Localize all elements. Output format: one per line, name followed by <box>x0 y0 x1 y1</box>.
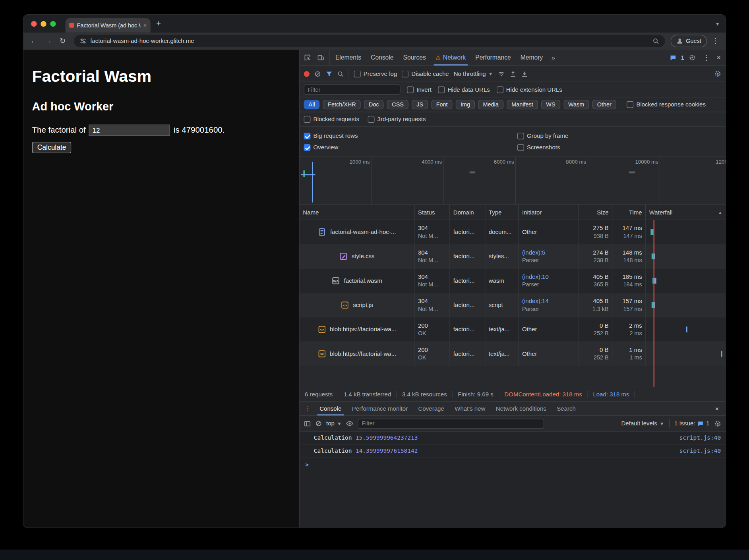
console-message[interactable]: Calculation 15.599999964237213 script.js… <box>300 432 726 444</box>
network-request-row[interactable]: <>blob:https://factorial-wa... 200OK fac… <box>300 342 726 366</box>
resource-filter-chip[interactable]: Wasm <box>563 100 589 109</box>
record-icon[interactable] <box>304 71 310 77</box>
back-icon[interactable]: ← <box>28 37 40 46</box>
more-tabs-icon[interactable]: » <box>548 50 559 66</box>
factorial-input[interactable] <box>89 125 170 136</box>
console-prompt-chevron[interactable]: > <box>300 458 726 468</box>
new-tab-icon[interactable]: + <box>156 19 161 28</box>
resource-filter-chip[interactable]: CSS <box>387 100 408 109</box>
blocked-response-cookies-checkbox[interactable]: Blocked response cookies <box>627 101 706 108</box>
drawer-tab[interactable]: Coverage <box>413 402 449 415</box>
column-header-status[interactable]: Status <box>414 205 450 220</box>
screenshots-checkbox[interactable]: Screenshots <box>517 144 721 151</box>
blocked-requests-checkbox[interactable]: Blocked requests <box>304 116 359 123</box>
settings-icon[interactable] <box>689 54 696 61</box>
devtools-tab[interactable]: Sources <box>398 50 430 66</box>
profile-button[interactable]: Guest <box>671 35 707 47</box>
checkbox-icon[interactable] <box>438 86 445 93</box>
drawer-tab[interactable]: Search <box>552 402 581 415</box>
request-initiator[interactable]: Other <box>522 326 575 333</box>
import-har-icon[interactable] <box>510 70 517 77</box>
column-header-time[interactable]: Time <box>612 205 646 220</box>
inspect-icon[interactable] <box>302 54 313 61</box>
drawer-tab[interactable]: Performance monitor <box>347 402 413 415</box>
network-conditions-icon[interactable] <box>498 70 505 77</box>
request-initiator[interactable]: (index):10 <box>522 274 575 280</box>
big-request-rows-checkbox[interactable]: Big request rows <box>304 133 517 139</box>
tab-close-icon[interactable]: × <box>143 22 147 29</box>
checkbox-icon[interactable] <box>517 133 524 139</box>
forward-icon[interactable]: → <box>43 37 54 46</box>
browser-menu-icon[interactable]: ⋮ <box>710 37 721 46</box>
checkbox-icon[interactable] <box>517 144 524 151</box>
resource-filter-chip[interactable]: Font <box>432 100 453 109</box>
resource-filter-chip[interactable]: JS <box>412 100 428 109</box>
checkbox-icon[interactable] <box>627 101 633 108</box>
request-initiator[interactable]: (index):14 <box>522 298 575 305</box>
column-header-name[interactable]: Name <box>300 205 415 220</box>
window-maximize-button[interactable] <box>50 21 56 27</box>
checkbox-icon[interactable] <box>304 116 311 123</box>
console-filter-input[interactable] <box>358 419 544 429</box>
drawer-tab[interactable]: Network conditions <box>491 402 552 415</box>
zoom-icon[interactable] <box>652 38 659 44</box>
console-source-link[interactable]: script.js:40 <box>679 447 721 454</box>
resource-filter-chip[interactable]: All <box>304 100 320 109</box>
issues-counter[interactable]: 1 Issue: 1 <box>674 420 709 427</box>
console-messages[interactable]: Calculation 15.599999964237213 script.js… <box>300 432 726 528</box>
checkbox-checked-icon[interactable] <box>304 133 311 139</box>
console-sidebar-icon[interactable] <box>304 420 311 427</box>
resource-filter-chip[interactable]: Fetch/XHR <box>323 100 361 109</box>
column-header-size[interactable]: Size <box>579 205 612 220</box>
network-request-row[interactable]: <>blob:https://factorial-wa... 200OK fac… <box>300 317 726 342</box>
resource-filter-chip[interactable]: WS <box>541 100 560 109</box>
request-initiator[interactable]: Other <box>522 229 575 236</box>
clear-console-icon[interactable] <box>315 420 322 427</box>
column-header-waterfall[interactable]: Waterfall ▲ <box>646 205 726 220</box>
live-expression-icon[interactable] <box>346 420 354 427</box>
resource-filter-chip[interactable]: Doc <box>364 100 384 109</box>
column-header-type[interactable]: Type <box>485 205 519 220</box>
group-by-frame-checkbox[interactable]: Group by frame <box>517 133 721 139</box>
resource-filter-chip[interactable]: Manifest <box>507 100 538 109</box>
resource-filter-chip[interactable]: Img <box>456 100 475 109</box>
console-message[interactable]: Calculation 14.399999976158142 script.js… <box>300 444 726 457</box>
resource-filter-chip[interactable]: Other <box>592 100 616 109</box>
request-initiator[interactable]: Other <box>522 350 575 357</box>
network-request-row[interactable]: WAfactorial.wasm 304Not M... factori... … <box>300 269 726 293</box>
resource-filter-chip[interactable]: Media <box>478 100 503 109</box>
third-party-checkbox[interactable]: 3rd-party requests <box>368 116 426 123</box>
issues-icon[interactable] <box>670 54 676 61</box>
window-minimize-button[interactable] <box>41 21 46 27</box>
calculate-button[interactable]: Calculate <box>32 142 72 153</box>
filter-icon[interactable] <box>326 70 333 77</box>
devtools-menu-icon[interactable]: ⋮ <box>701 53 712 62</box>
drawer-close-icon[interactable]: × <box>710 402 724 415</box>
drawer-tab[interactable]: What's new <box>449 402 491 415</box>
network-settings-icon[interactable] <box>714 70 721 77</box>
devtools-tab[interactable]: Performance <box>470 50 516 66</box>
site-info-icon[interactable] <box>80 38 87 44</box>
network-request-row[interactable]: factorial-wasm-ad-hoc-... 304Not M... fa… <box>300 220 726 244</box>
hide-extension-urls-checkbox[interactable]: Hide extension URLs <box>497 86 562 93</box>
devtools-tab[interactable]: Elements <box>331 50 366 66</box>
request-initiator[interactable]: (index):5 <box>522 249 575 256</box>
checkbox-icon[interactable] <box>368 116 375 123</box>
hide-data-urls-checkbox[interactable]: Hide data URLs <box>438 86 490 93</box>
devtools-tab[interactable]: Console <box>366 50 398 66</box>
checkbox-icon[interactable] <box>497 86 503 93</box>
devtools-tab[interactable]: ⚠ Network <box>431 50 470 66</box>
drawer-tab[interactable]: Console <box>314 402 347 415</box>
network-request-row[interactable]: <>script.js 304Not M... factori... scrip… <box>300 293 726 317</box>
network-request-row[interactable]: style.css 304Not M... factori... styles.… <box>300 245 726 269</box>
window-close-button[interactable] <box>31 21 37 27</box>
disable-cache-checkbox[interactable]: Disable cache <box>402 70 449 77</box>
console-context-dropdown[interactable]: top ▼ <box>326 420 342 427</box>
drawer-menu-icon[interactable]: ⋮ <box>302 402 314 415</box>
devtools-close-icon[interactable]: × <box>717 54 721 62</box>
export-har-icon[interactable] <box>521 70 528 77</box>
browser-tab[interactable]: Factorial Wasm (ad hoc Worl × <box>66 18 151 33</box>
network-filter-input[interactable] <box>304 85 401 95</box>
reload-icon[interactable]: ↻ <box>57 37 68 46</box>
console-settings-icon[interactable] <box>714 420 721 427</box>
